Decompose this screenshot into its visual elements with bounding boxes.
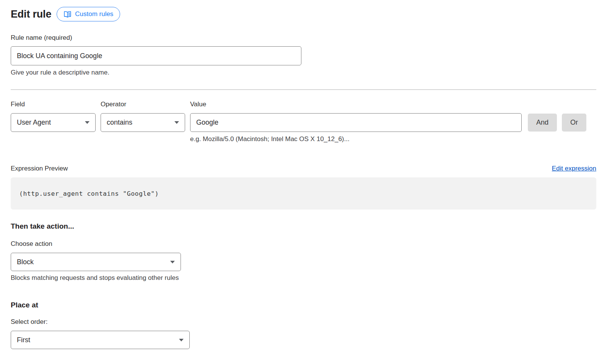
order-select-value: First	[17, 336, 30, 344]
operator-select-value: contains	[107, 119, 132, 127]
page-title: Edit rule	[11, 8, 51, 20]
value-label: Value	[190, 101, 522, 108]
section-divider	[11, 89, 596, 90]
logic-buttons: And Or	[528, 113, 586, 132]
field-select-value: User Agent	[17, 119, 51, 127]
operator-column: Operator contains	[101, 101, 185, 132]
rule-name-section: Rule name (required) Give your rule a de…	[11, 34, 596, 76]
dropdown-arrow-icon	[174, 121, 179, 124]
order-select[interactable]: First	[11, 331, 190, 349]
choose-action-label: Choose action	[11, 240, 596, 248]
action-section: Then take action... Choose action Block …	[11, 222, 596, 282]
or-button[interactable]: Or	[562, 114, 586, 132]
action-select[interactable]: Block	[11, 253, 181, 271]
rule-name-label: Rule name (required)	[11, 34, 596, 42]
value-column: Value	[190, 101, 522, 132]
select-order-label: Select order:	[11, 318, 596, 326]
expression-preview-label: Expression Preview	[11, 165, 68, 172]
operator-select[interactable]: contains	[101, 113, 185, 132]
action-helper: Blocks matching requests and stops evalu…	[11, 274, 596, 282]
dropdown-arrow-icon	[170, 261, 175, 263]
page-header: Edit rule Custom rules	[11, 7, 596, 21]
condition-row: Field User Agent Operator contains Value…	[11, 101, 596, 132]
field-column: Field User Agent	[11, 101, 96, 132]
rule-name-helper: Give your rule a descriptive name.	[11, 69, 596, 76]
and-button[interactable]: And	[528, 114, 557, 132]
rule-name-input[interactable]	[11, 46, 301, 65]
dropdown-arrow-icon	[85, 121, 90, 124]
action-heading: Then take action...	[11, 222, 596, 231]
expression-code-block: (http.user_agent contains "Google")	[11, 177, 596, 210]
field-select[interactable]: User Agent	[11, 113, 96, 132]
custom-rules-button[interactable]: Custom rules	[57, 7, 120, 21]
custom-rules-button-label: Custom rules	[75, 10, 113, 18]
open-book-icon	[63, 11, 72, 18]
operator-label: Operator	[101, 101, 185, 108]
field-label: Field	[11, 101, 96, 108]
expression-section: Expression Preview Edit expression (http…	[11, 165, 596, 210]
dropdown-arrow-icon	[179, 339, 184, 341]
edit-expression-link[interactable]: Edit expression	[552, 165, 596, 172]
value-input[interactable]	[190, 113, 522, 132]
placement-section: Place at Select order: First	[11, 301, 596, 349]
value-helper: e.g. Mozilla/5.0 (Macintosh; Intel Mac O…	[190, 135, 596, 143]
action-select-value: Block	[17, 258, 34, 266]
edit-rule-page: Edit rule Custom rules Rule name (requir…	[0, 0, 607, 349]
expression-code: (http.user_agent contains "Google")	[19, 190, 159, 197]
place-at-heading: Place at	[11, 301, 596, 309]
